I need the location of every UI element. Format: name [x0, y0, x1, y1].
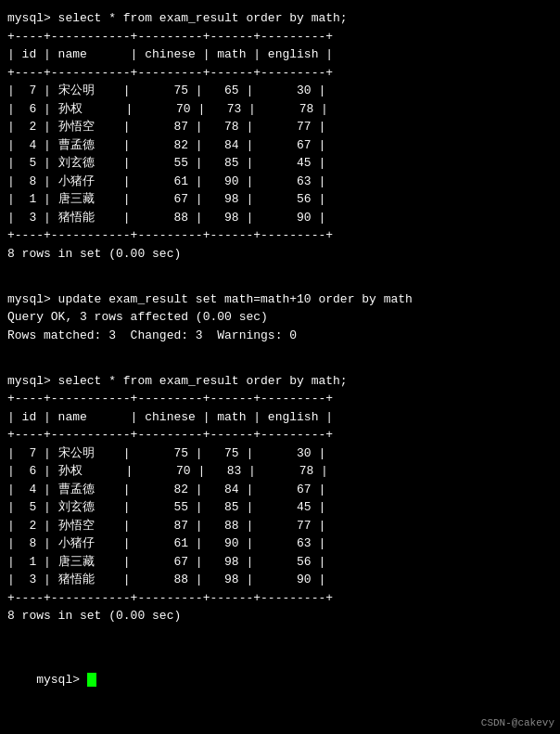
final-prompt-line: mysql>: [7, 652, 553, 707]
status1: Query OK, 3 rows affected (0.00 sec): [7, 308, 553, 327]
row3-6: | 8 | 小猪仔 | 61 | 90 | 63 |: [7, 534, 553, 553]
row3-5: | 2 | 孙悟空 | 87 | 88 | 77 |: [7, 517, 553, 535]
block3: mysql> select * from exam_result order b…: [7, 372, 553, 625]
row3-2: | 6 | 孙权 | 70 | 83 | 78 |: [7, 462, 553, 481]
status2: Rows matched: 3 Changed: 3 Warnings: 0: [7, 327, 553, 345]
row3-3: | 4 | 曹孟德 | 82 | 84 | 67 |: [7, 481, 553, 499]
sep3-2: +----+-----------+---------+------+-----…: [7, 426, 553, 444]
blank3: [7, 635, 553, 653]
row3-4: | 5 | 刘玄德 | 55 | 85 | 45 |: [7, 498, 553, 517]
row1-4: | 4 | 曹孟德 | 82 | 84 | 67 |: [7, 136, 553, 155]
rowcount3: 8 rows in set (0.00 sec): [7, 607, 553, 625]
command2: mysql> update exam_result set math=math+…: [7, 290, 553, 309]
cursor-icon: [87, 673, 96, 687]
sep1-1: +----+-----------+---------+------+-----…: [7, 28, 553, 46]
row3-1: | 7 | 宋公明 | 75 | 75 | 30 |: [7, 444, 553, 463]
row3-8: | 3 | 猪悟能 | 88 | 98 | 90 |: [7, 571, 553, 589]
block1: mysql> select * from exam_result order b…: [7, 9, 553, 263]
sep3-3: +----+-----------+---------+------+-----…: [7, 589, 553, 608]
row3-7: | 1 | 唐三藏 | 67 | 98 | 56 |: [7, 553, 553, 572]
row1-3: | 2 | 孙悟空 | 87 | 78 | 77 |: [7, 118, 553, 136]
blank1: [7, 272, 553, 290]
header3: | id | name | chinese | math | english |: [7, 408, 553, 427]
sep1-2: +----+-----------+---------+------+-----…: [7, 64, 553, 83]
final-prompt-text: mysql>: [36, 673, 87, 687]
command1: mysql> select * from exam_result order b…: [7, 9, 553, 28]
header1: | id | name | chinese | math | english |: [7, 45, 553, 64]
block2: mysql> update exam_result set math=math+…: [7, 290, 553, 345]
sep1-3: +----+-----------+---------+------+-----…: [7, 226, 553, 245]
row1-6: | 8 | 小猪仔 | 61 | 90 | 63 |: [7, 173, 553, 191]
row1-1: | 7 | 宋公明 | 75 | 65 | 30 |: [7, 82, 553, 100]
blank2: [7, 354, 553, 372]
command3: mysql> select * from exam_result order b…: [7, 372, 553, 391]
row1-5: | 5 | 刘玄德 | 55 | 85 | 45 |: [7, 154, 553, 173]
rowcount1: 8 rows in set (0.00 sec): [7, 245, 553, 264]
row1-2: | 6 | 孙权 | 70 | 73 | 78 |: [7, 100, 553, 119]
row1-7: | 1 | 唐三藏 | 67 | 98 | 56 |: [7, 190, 553, 209]
watermark: CSDN-@cakevy: [481, 717, 554, 728]
row1-8: | 3 | 猪悟能 | 88 | 98 | 90 |: [7, 209, 553, 227]
sep3-1: +----+-----------+---------+------+-----…: [7, 390, 553, 408]
terminal: mysql> select * from exam_result order b…: [0, 0, 560, 734]
